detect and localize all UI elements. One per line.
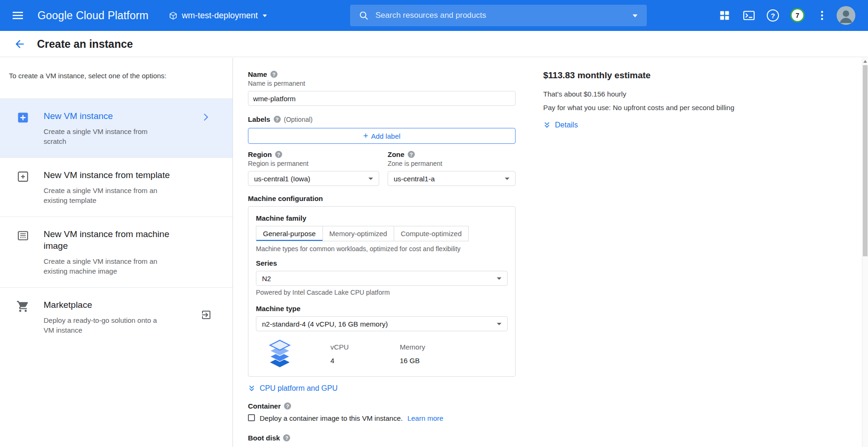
zone-label-text: Zone (388, 150, 404, 158)
billing-note-text: Pay for what you use: No upfront costs a… (543, 104, 787, 112)
option-title: New VM instance from template (44, 169, 189, 181)
add-label-button[interactable]: + Add label (248, 128, 516, 144)
search-bar[interactable] (350, 5, 647, 26)
more-options-button[interactable] (816, 9, 829, 22)
name-field-note: Name is permanent (248, 80, 516, 87)
caret-down-icon (368, 178, 373, 180)
machine-type-select-value: n2-standard-4 (4 vCPU, 16 GB memory) (262, 320, 388, 328)
boot-disk-label: Boot disk ? (248, 434, 516, 442)
page-title: Create an instance (37, 31, 133, 57)
machine-family-tabs: General-purpose Memory-optimized Compute… (256, 226, 508, 241)
container-label-text: Container (248, 402, 281, 410)
open-marketplace-icon[interactable] (201, 309, 212, 322)
main-menu-button[interactable] (11, 9, 24, 22)
series-select[interactable]: N2 (256, 271, 508, 286)
scroll-up-arrow-icon[interactable] (863, 60, 867, 63)
vertical-scrollbar[interactable] (862, 58, 868, 447)
cloud-shell-button[interactable] (742, 9, 756, 22)
tab-compute-optimized[interactable]: Compute-optimized (394, 226, 469, 241)
container-checkbox-row: Deploy a container image to this VM inst… (248, 414, 516, 423)
zone-field-label: Zone ? (388, 150, 516, 158)
back-button[interactable] (14, 38, 26, 50)
cpu-platform-gpu-expander[interactable]: CPU platform and GPU (248, 384, 516, 393)
labels-field-label: Labels ? (Optional) (248, 115, 516, 123)
apps-grid-icon (718, 9, 731, 22)
region-select[interactable]: us-central1 (Iowa) (248, 171, 379, 186)
option-new-vm-from-template[interactable]: New VM instance from template Create a s… (0, 157, 232, 216)
option-title: New VM instance (44, 110, 189, 122)
container-label: Container ? (248, 402, 516, 410)
details-link-text: Details (555, 121, 578, 129)
machine-configuration-text: Machine configuration (248, 194, 323, 202)
series-note: Powered by Intel Cascade Lake CPU platfo… (256, 289, 508, 296)
vcpu-column: vCPU 4 (330, 343, 400, 365)
tab-general-purpose[interactable]: General-purpose (256, 226, 323, 241)
option-new-vm-instance[interactable]: New VM instance Create a single VM insta… (0, 98, 232, 157)
name-label-text: Name (248, 70, 267, 78)
hamburger-icon (11, 9, 24, 22)
option-marketplace[interactable]: Marketplace Deploy a ready-to-go solutio… (0, 287, 232, 346)
option-description: Create a single VM instance from an exis… (44, 186, 161, 205)
marketplace-cart-icon (16, 300, 30, 313)
container-learn-more-link[interactable]: Learn more (407, 414, 443, 423)
apps-grid-button[interactable] (718, 9, 731, 22)
region-zone-row: Region ? Region is permanent us-central1… (248, 150, 516, 186)
search-input[interactable] (375, 11, 632, 20)
machine-family-text: Machine family (256, 214, 307, 222)
cloud-shell-icon (742, 9, 756, 22)
product-name: Google Cloud Platform (37, 0, 149, 31)
region-field-label: Region ? (248, 150, 379, 158)
chevron-right-icon (201, 112, 211, 124)
memory-label: Memory (400, 343, 425, 351)
series-label: Series (256, 259, 508, 267)
cost-estimate-panel: $113.83 monthly estimate That's about $0… (543, 70, 787, 129)
machine-type-select[interactable]: n2-standard-4 (4 vCPU, 16 GB memory) (256, 316, 508, 331)
instance-form: Name ? Name is permanent Labels ? (Optio… (248, 70, 516, 442)
double-chevron-down-icon (248, 385, 255, 392)
help-button[interactable]: ? (767, 9, 779, 22)
project-name: wm-test-deployment (182, 11, 258, 21)
estimate-details-expander[interactable]: Details (543, 121, 787, 129)
boot-disk-label-text: Boot disk (248, 434, 280, 442)
name-field-label: Name ? (248, 70, 516, 78)
notification-count: 7 (796, 12, 800, 19)
memory-column: Memory 16 GB (400, 343, 425, 365)
account-avatar[interactable] (837, 6, 855, 25)
project-selector[interactable]: wm-test-deployment (169, 0, 268, 31)
option-title: New VM instance from machine image (44, 228, 189, 252)
zone-select[interactable]: us-central1-a (388, 171, 516, 186)
option-title: Marketplace (44, 299, 189, 311)
vm-instance-add-icon (16, 111, 30, 124)
series-label-text: Series (256, 259, 277, 267)
series-select-value: N2 (262, 275, 271, 283)
help-icon[interactable]: ? (283, 434, 290, 441)
tab-memory-optimized[interactable]: Memory-optimized (322, 226, 394, 241)
deploy-container-checkbox[interactable] (248, 414, 255, 421)
notifications-badge[interactable]: 7 (790, 8, 805, 22)
caret-down-icon (262, 13, 268, 18)
option-description: Create a single VM instance from scratch (44, 127, 161, 146)
machine-type-label-text: Machine type (256, 305, 300, 313)
memory-value: 16 GB (400, 357, 425, 365)
machine-family-note: Machine types for common workloads, opti… (256, 245, 508, 253)
region-field-note: Region is permanent (248, 160, 379, 167)
plus-icon: + (363, 131, 368, 140)
help-icon[interactable]: ? (284, 402, 291, 410)
template-add-icon (16, 170, 30, 183)
help-icon[interactable]: ? (274, 116, 281, 123)
zone-field: Zone ? Zone is permanent us-central1-a (388, 150, 516, 186)
help-icon[interactable]: ? (408, 151, 415, 158)
avatar-person-icon (837, 6, 855, 25)
help-icon[interactable]: ? (270, 71, 277, 78)
vcpu-label: vCPU (330, 343, 400, 351)
caret-down-icon (505, 178, 509, 180)
caret-down-icon (497, 323, 501, 325)
help-icon: ? (771, 12, 775, 20)
scrollbar-thumb[interactable] (863, 65, 868, 256)
caret-down-icon (497, 277, 501, 280)
instance-name-input[interactable] (248, 91, 516, 106)
help-icon[interactable]: ? (275, 151, 282, 158)
option-new-vm-from-machine-image[interactable]: New VM instance from machine image Creat… (0, 216, 232, 287)
region-label-text: Region (248, 150, 272, 158)
search-caret-down-icon[interactable] (632, 12, 638, 19)
